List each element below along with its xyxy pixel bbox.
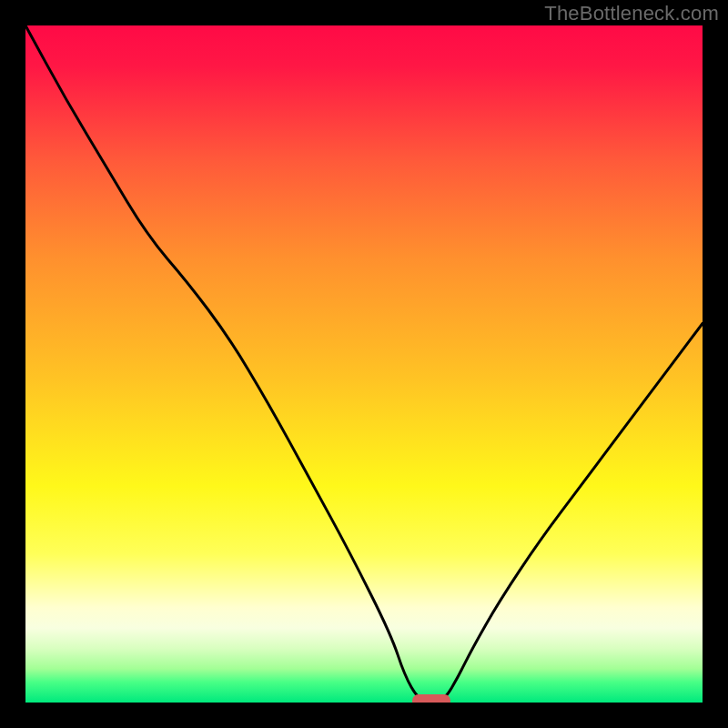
watermark-text: TheBottleneck.com <box>544 2 719 25</box>
chart-frame: TheBottleneck.com <box>0 0 728 728</box>
bottleneck-curve-path <box>25 25 703 702</box>
curve-svg <box>25 25 703 703</box>
plot-area <box>25 25 703 703</box>
optimal-marker <box>412 694 450 703</box>
